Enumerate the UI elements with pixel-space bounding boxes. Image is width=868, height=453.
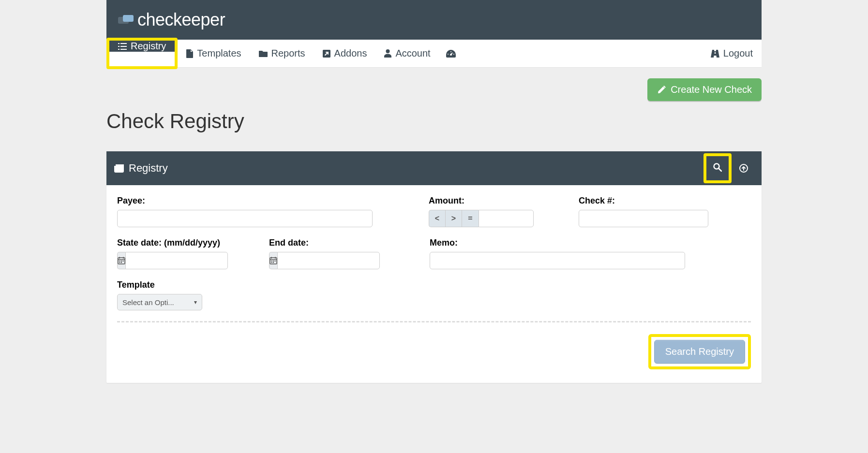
svg-rect-28 bbox=[271, 262, 272, 263]
page-title: Check Registry bbox=[106, 110, 762, 133]
brand-logo[interactable]: checkeeper bbox=[118, 10, 225, 30]
template-label: Template bbox=[117, 280, 202, 290]
create-new-check-button[interactable]: Create New Check bbox=[647, 78, 762, 101]
nav-label: Templates bbox=[197, 48, 241, 59]
svg-rect-16 bbox=[120, 261, 120, 262]
end-date-input[interactable] bbox=[277, 252, 380, 269]
button-label: Create New Check bbox=[671, 84, 752, 95]
nav-item-registry[interactable]: Registry bbox=[109, 41, 175, 52]
nav-label: Logout bbox=[723, 48, 753, 59]
template-group: Template Select an Opti... bbox=[117, 280, 202, 310]
memo-input[interactable] bbox=[430, 252, 685, 269]
external-link-icon bbox=[323, 50, 330, 58]
pencil-icon bbox=[657, 86, 666, 94]
folder-icon bbox=[259, 50, 268, 57]
start-date-input[interactable] bbox=[125, 252, 228, 269]
top-action-row: Create New Check bbox=[106, 78, 762, 101]
panel-header: Registry bbox=[106, 151, 762, 185]
form-row-3: Template Select an Opti... bbox=[117, 280, 751, 310]
main-nav: Registry Templates Reports Addons Acc bbox=[106, 40, 762, 68]
search-icon bbox=[713, 163, 722, 172]
memo-group: Memo: bbox=[430, 238, 685, 269]
payee-group: Payee: bbox=[117, 196, 373, 227]
nav-item-dashboard[interactable] bbox=[439, 40, 463, 67]
registry-panel: Registry bbox=[106, 151, 762, 383]
user-icon bbox=[384, 49, 391, 58]
divider bbox=[117, 321, 751, 322]
button-label: Search Registry bbox=[665, 346, 734, 357]
amount-ops: < > = bbox=[429, 210, 479, 227]
svg-rect-26 bbox=[273, 261, 274, 262]
svg-rect-6 bbox=[118, 49, 120, 50]
form-row-1: Payee: Amount: < > = bbox=[117, 196, 751, 227]
nav-item-reports[interactable]: Reports bbox=[250, 40, 314, 67]
svg-rect-18 bbox=[123, 261, 124, 262]
end-date-label: End date: bbox=[269, 238, 374, 248]
svg-rect-7 bbox=[120, 49, 127, 50]
svg-rect-3 bbox=[120, 43, 127, 44]
nav-highlight-registry: Registry bbox=[106, 38, 178, 69]
main-content: Create New Check Check Registry Registry bbox=[106, 68, 762, 402]
svg-rect-17 bbox=[121, 261, 122, 262]
form-row-2: State date: (mm/dd/yyyy) End date: bbox=[117, 238, 751, 269]
amount-op-gt[interactable]: > bbox=[446, 210, 462, 227]
svg-rect-25 bbox=[271, 261, 272, 262]
panel-header-actions bbox=[704, 158, 754, 178]
start-date-group: State date: (mm/dd/yyyy) bbox=[117, 238, 222, 269]
check-number-input[interactable] bbox=[579, 210, 708, 227]
template-select[interactable]: Select an Opti... bbox=[117, 294, 202, 310]
newspaper-icon bbox=[114, 164, 124, 173]
template-selected: Select an Opti... bbox=[122, 298, 174, 307]
file-icon bbox=[186, 49, 193, 58]
payee-label: Payee: bbox=[117, 196, 373, 206]
nav-label: Registry bbox=[131, 41, 166, 52]
amount-op-eq[interactable]: = bbox=[462, 210, 479, 227]
amount-input[interactable] bbox=[479, 210, 534, 227]
list-icon bbox=[118, 43, 127, 50]
nav-item-logout[interactable]: Logout bbox=[702, 40, 762, 67]
calendar-icon bbox=[269, 252, 277, 269]
nav-label: Addons bbox=[334, 48, 367, 59]
svg-rect-1 bbox=[123, 15, 134, 22]
end-date-group: End date: bbox=[269, 238, 374, 269]
nav-item-account[interactable]: Account bbox=[375, 40, 439, 67]
app-container: checkeeper Registry Templates Reports bbox=[106, 0, 762, 402]
svg-rect-2 bbox=[118, 43, 120, 44]
nav-item-templates[interactable]: Templates bbox=[178, 40, 250, 67]
gauge-icon bbox=[446, 50, 456, 58]
search-registry-button[interactable]: Search Registry bbox=[654, 340, 745, 364]
panel-body: Payee: Amount: < > = bbox=[106, 185, 762, 383]
panel-header-title: Registry bbox=[114, 162, 704, 175]
search-button-highlight: Search Registry bbox=[648, 334, 751, 369]
panel-footer: Search Registry bbox=[117, 334, 751, 378]
check-number-label: Check #: bbox=[579, 196, 708, 206]
panel-search-button[interactable] bbox=[707, 157, 728, 177]
memo-label: Memo: bbox=[430, 238, 685, 248]
logo-icon bbox=[118, 14, 135, 26]
calendar-icon bbox=[117, 252, 125, 269]
road-icon bbox=[711, 50, 719, 58]
search-highlight bbox=[703, 153, 732, 183]
payee-input[interactable] bbox=[117, 210, 373, 227]
svg-rect-19 bbox=[120, 262, 120, 263]
svg-rect-4 bbox=[118, 46, 120, 47]
nav-label: Account bbox=[395, 48, 430, 59]
nav-item-addons[interactable]: Addons bbox=[314, 40, 376, 67]
start-date-input-group bbox=[117, 252, 222, 269]
brand-name: checkeeper bbox=[137, 10, 225, 30]
amount-label: Amount: bbox=[429, 196, 535, 206]
check-number-group: Check #: bbox=[579, 196, 708, 227]
svg-rect-20 bbox=[121, 262, 122, 263]
panel-upload-button[interactable] bbox=[733, 158, 754, 178]
svg-rect-29 bbox=[273, 262, 274, 263]
nav-spacer bbox=[463, 40, 702, 67]
svg-line-10 bbox=[719, 169, 722, 172]
end-date-input-group bbox=[269, 252, 374, 269]
amount-op-lt[interactable]: < bbox=[429, 210, 446, 227]
panel-title-text: Registry bbox=[129, 162, 168, 175]
svg-rect-5 bbox=[120, 46, 127, 47]
app-header: checkeeper bbox=[106, 0, 762, 40]
upload-icon bbox=[739, 164, 748, 173]
amount-group: Amount: < > = bbox=[429, 196, 535, 227]
nav-label: Reports bbox=[271, 48, 305, 59]
